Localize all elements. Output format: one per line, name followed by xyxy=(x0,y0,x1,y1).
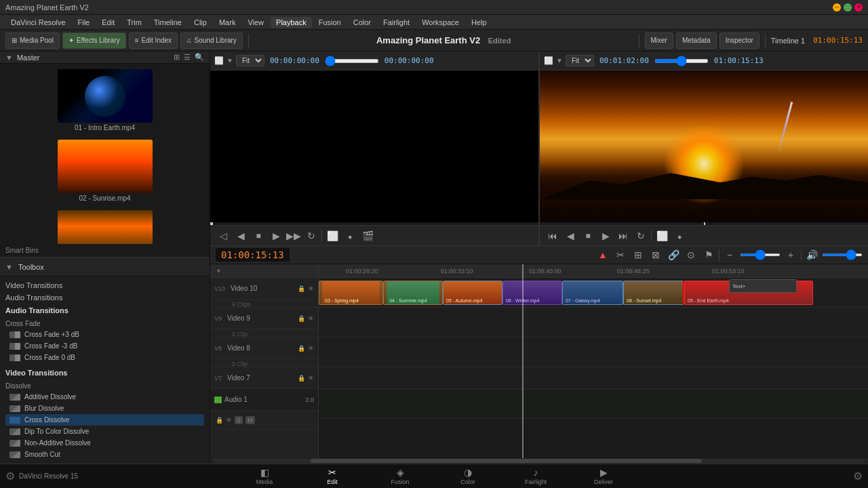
source-stop[interactable]: ■ xyxy=(251,228,266,243)
close-button[interactable]: ✕ xyxy=(854,3,863,12)
tl-go-end[interactable]: ⏭ xyxy=(616,228,631,243)
scrollbar-thumb[interactable] xyxy=(311,459,702,463)
nav-edit[interactable]: ✂ Edit xyxy=(298,464,366,489)
non-additive-dissolve[interactable]: Non-Additive Dissolve xyxy=(5,437,204,449)
menu-trim[interactable]: Trim xyxy=(121,17,147,28)
tl-loop[interactable]: ↻ xyxy=(633,228,648,243)
additive-dissolve[interactable]: Additive Dissolve xyxy=(5,391,204,403)
media-pool-button[interactable]: ⊞ Media Pool xyxy=(5,33,60,49)
edit-index-button[interactable]: ≡ Edit Index xyxy=(129,33,178,49)
nav-fairlight[interactable]: ♪ Fairlight xyxy=(502,464,570,489)
source-clip-mode[interactable]: 🎬 xyxy=(360,228,375,243)
cross-dissolve[interactable]: Cross Dissolve xyxy=(5,414,204,426)
media-item-spring[interactable]: 03 - Spring.mp4 xyxy=(3,207,207,244)
menu-file[interactable]: File xyxy=(73,17,96,28)
tl-step-back[interactable]: ◀ xyxy=(563,228,578,243)
menu-view[interactable]: View xyxy=(242,17,269,28)
sound-library-button[interactable]: ♫ Sound Library xyxy=(180,33,243,49)
source-playhead-slider[interactable] xyxy=(325,59,379,63)
nav-fusion[interactable]: ◈ Fusion xyxy=(366,464,434,489)
source-marker[interactable]: ⬥ xyxy=(342,228,357,243)
track-lock-v7[interactable]: 🔒 xyxy=(298,375,305,382)
source-play[interactable]: ▶ xyxy=(269,228,283,243)
crossfade-plus3[interactable]: Cross Fade +3 dB xyxy=(5,329,204,340)
crossfade-0[interactable]: Cross Fade 0 dB xyxy=(5,352,204,363)
clip-sunset[interactable]: 08 - Sunset.mp4 xyxy=(623,281,684,305)
a1-solo-icon[interactable]: S xyxy=(235,416,243,424)
track-lock-v8[interactable]: 🔒 xyxy=(298,345,305,352)
tl-vol-slider[interactable] xyxy=(822,253,863,256)
a1-mute-icon[interactable]: M xyxy=(245,416,255,424)
tl-playhead-slider[interactable] xyxy=(654,59,709,63)
menu-clip[interactable]: Clip xyxy=(189,17,212,28)
source-view-dropdown[interactable]: ▼ xyxy=(226,57,233,64)
track-vis-v10[interactable]: 👁 xyxy=(308,285,314,292)
track-vis-v8[interactable]: 👁 xyxy=(308,345,314,352)
inspector-button[interactable]: Inspector xyxy=(719,33,760,49)
menu-davinci[interactable]: DaVinci Resolve xyxy=(5,17,71,28)
tl-tool-flag[interactable]: ⚑ xyxy=(701,247,716,262)
tl-fit-select[interactable]: Fit xyxy=(566,55,594,66)
media-item-earth[interactable]: 01 - Intro Earth.mp4 xyxy=(3,66,207,134)
metadata-button[interactable]: Metadata xyxy=(676,33,717,49)
menu-fusion[interactable]: Fusion xyxy=(313,17,347,28)
tl-fullscreen[interactable]: ⬜ xyxy=(654,228,669,243)
clip-winter[interactable]: 06 - Winter.mp4 xyxy=(502,281,562,305)
menu-playback[interactable]: Playback xyxy=(271,17,312,28)
a1-vis-icon[interactable]: 👁 xyxy=(226,417,232,424)
clip-text-plus[interactable]: Text+ xyxy=(729,279,797,293)
panel-toggle-icon[interactable]: ▼ xyxy=(5,54,13,62)
toolbox-nav-audio-transitions[interactable]: Audio Transitions xyxy=(0,291,210,304)
source-step-back[interactable]: ◀ xyxy=(233,228,248,243)
track-vis-v9[interactable]: 👁 xyxy=(308,315,314,322)
tl-stop[interactable]: ■ xyxy=(580,228,595,243)
menu-fairlight[interactable]: Fairlight xyxy=(378,17,415,28)
menu-mark[interactable]: Mark xyxy=(214,17,241,28)
tl-zoom-in[interactable]: + xyxy=(783,247,798,262)
search-icon[interactable]: 🔍 xyxy=(195,53,204,62)
menu-edit[interactable]: Edit xyxy=(96,17,120,28)
source-fit-select[interactable]: Fit xyxy=(236,55,264,66)
nav-media[interactable]: ◧ Media xyxy=(231,464,298,489)
track-lock-v10[interactable]: 🔒 xyxy=(298,285,305,292)
effects-library-button[interactable]: ✦ Effects Library xyxy=(62,33,126,49)
minimize-button[interactable]: ─ xyxy=(833,3,841,12)
menu-help[interactable]: Help xyxy=(466,17,492,28)
dip-to-color-dissolve[interactable]: Dip To Color Dissolve xyxy=(5,426,204,437)
crossfade-minus3[interactable]: Cross Fade -3 dB xyxy=(5,340,204,352)
nav-deliver[interactable]: ▶ Deliver xyxy=(570,464,637,489)
clip-summer[interactable]: 04 - Summer.mp4 xyxy=(383,281,443,305)
tl-vol-icon[interactable]: 🔊 xyxy=(804,247,819,262)
menu-timeline[interactable]: Timeline xyxy=(149,17,187,28)
nav-color[interactable]: ◑ Color xyxy=(434,464,502,489)
tl-tool-ripple[interactable]: ⊞ xyxy=(631,247,646,262)
tl-zoom-slider[interactable] xyxy=(740,253,781,256)
source-step-fwd[interactable]: ▶▶ xyxy=(286,228,301,243)
source-view-icon[interactable]: ⬜ xyxy=(214,56,224,65)
tl-go-start[interactable]: ⏮ xyxy=(545,228,560,243)
track-vis-v7[interactable]: 👁 xyxy=(308,375,314,382)
settings-icon[interactable]: ⚙ xyxy=(853,470,863,482)
tl-tool-trim[interactable]: ⊠ xyxy=(648,247,663,262)
tl-play[interactable]: ▶ xyxy=(598,228,613,243)
source-jkl-left[interactable]: ◁ xyxy=(216,228,231,243)
source-fullscreen[interactable]: ⬜ xyxy=(325,228,340,243)
grid-view-icon[interactable]: ⊞ xyxy=(174,53,180,62)
clip-galaxy[interactable]: 07 - Galaxy.mp4 xyxy=(562,281,623,305)
media-item-sunrise[interactable]: 02 - Sunrise.mp4 xyxy=(3,137,207,205)
smooth-cut[interactable]: Smooth Cut xyxy=(5,449,204,460)
mixer-button[interactable]: Mixer xyxy=(645,33,673,49)
clip-autumn[interactable]: 05 - Autumn.mp4 xyxy=(443,281,502,305)
clip-spring[interactable]: 03 - Spring.mp4 xyxy=(319,281,383,305)
timeline-scrollbar[interactable] xyxy=(210,458,868,464)
collapse-icon[interactable]: ▼ xyxy=(5,263,13,271)
a1-lock-icon[interactable]: 🔒 xyxy=(216,417,223,424)
tl-marker[interactable]: ⬥ xyxy=(672,228,687,243)
tl-tool-arrow[interactable]: ▲ xyxy=(595,247,610,262)
tl-zoom-out[interactable]: − xyxy=(722,247,737,262)
tl-tool-razor[interactable]: ✂ xyxy=(613,247,628,262)
menu-workspace[interactable]: Workspace xyxy=(416,17,465,28)
maximize-button[interactable]: □ xyxy=(844,3,852,12)
tl-view-icon[interactable]: ⬜ xyxy=(544,56,553,65)
source-loop[interactable]: ↻ xyxy=(304,228,319,243)
